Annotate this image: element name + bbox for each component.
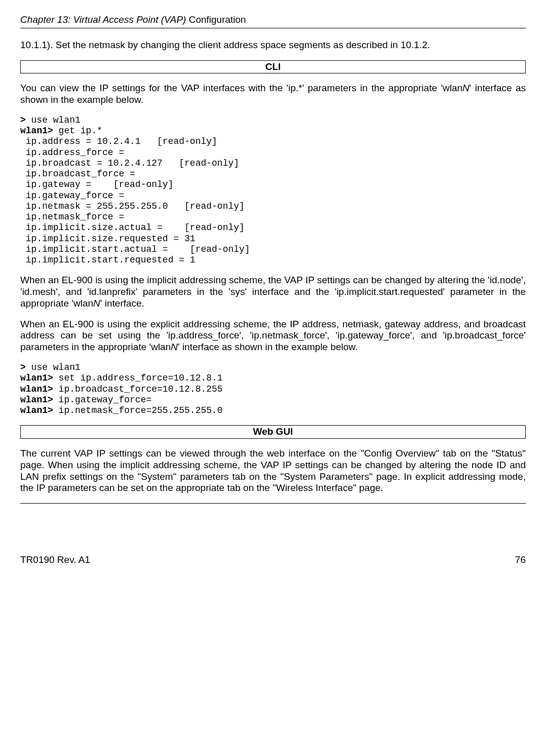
prompt: wlan1> — [20, 126, 53, 136]
text: You can view the IP settings for the VAP… — [20, 83, 462, 93]
cmd: set ip.address_force=10.12.8.1 — [53, 373, 223, 383]
header-rule — [20, 28, 526, 28]
text: ' interface. — [100, 298, 144, 309]
out: ip.implicit.start.requested = 1 — [20, 255, 196, 265]
footer-rule — [20, 503, 526, 504]
out: ip.address = 10.2.4.1 [read-only] — [20, 136, 217, 146]
out: ip.netmask = 255.255.255.0 [read-only] — [20, 201, 245, 211]
out: ip.implicit.start.actual = [read-only] — [20, 244, 250, 254]
prompt: > — [20, 115, 26, 125]
out: ip.broadcast_force = — [20, 169, 141, 179]
chapter-title-plain: Configuration — [189, 14, 246, 25]
webgui-heading-box: Web GUI — [20, 425, 526, 439]
prompt: wlan1> — [20, 384, 53, 394]
text: ' interface as shown in the example belo… — [178, 342, 358, 352]
paragraph-cli-intro: You can view the IP settings for the VAP… — [20, 83, 526, 106]
footer-page-number: 76 — [515, 554, 526, 566]
out: ip.netmask_force = — [20, 212, 130, 222]
paragraph-explicit: When an EL-900 is using the explicit add… — [20, 319, 526, 353]
cmd: ip.gateway_force= — [53, 395, 151, 405]
cmd: get ip.* — [53, 126, 102, 136]
wlan-n-italic: N — [171, 342, 178, 352]
footer-left: TR0190 Rev. A1 — [20, 554, 90, 566]
cli-block-1: > use wlan1 wlan1> get ip.* ip.address =… — [20, 115, 526, 266]
out: ip.broadcast = 10.2.4.127 [read-only] — [20, 158, 239, 168]
chapter-title-italic: Chapter 13: Virtual Access Point (VAP) — [20, 14, 189, 25]
paragraph-intro: 10.1.1). Set the netmask by changing the… — [20, 40, 526, 51]
page-header: Chapter 13: Virtual Access Point (VAP) C… — [20, 14, 526, 26]
paragraph-implicit: When an EL-900 is using the implicit add… — [20, 275, 526, 309]
out: ip.implicit.size.actual = [read-only] — [20, 222, 245, 233]
paragraph-webgui: The current VAP IP settings can be viewe… — [20, 448, 526, 494]
out: ip.address_force = — [20, 147, 130, 158]
cli-block-2: > use wlan1 wlan1> set ip.address_force=… — [20, 362, 526, 416]
out: ip.gateway_force = — [20, 191, 130, 201]
out: ip.implicit.size.requested = 31 — [20, 234, 196, 244]
wlan-n-italic: N — [462, 83, 470, 93]
page-footer: TR0190 Rev. A1 76 — [20, 554, 526, 566]
wlan-n-italic: N — [93, 298, 100, 309]
out: ip.gateway = [read-only] — [20, 179, 173, 190]
cmd: ip.netmask_force=255.255.255.0 — [53, 405, 223, 415]
prompt: > — [20, 362, 26, 372]
cmd: ip.broadcast_force=10.12.8.255 — [53, 384, 223, 394]
cmd: use wlan1 — [26, 115, 81, 125]
prompt: wlan1> — [20, 395, 53, 405]
cmd: use wlan1 — [26, 362, 81, 372]
cli-heading-box: CLI — [20, 60, 526, 74]
prompt: wlan1> — [20, 405, 53, 415]
prompt: wlan1> — [20, 373, 53, 383]
